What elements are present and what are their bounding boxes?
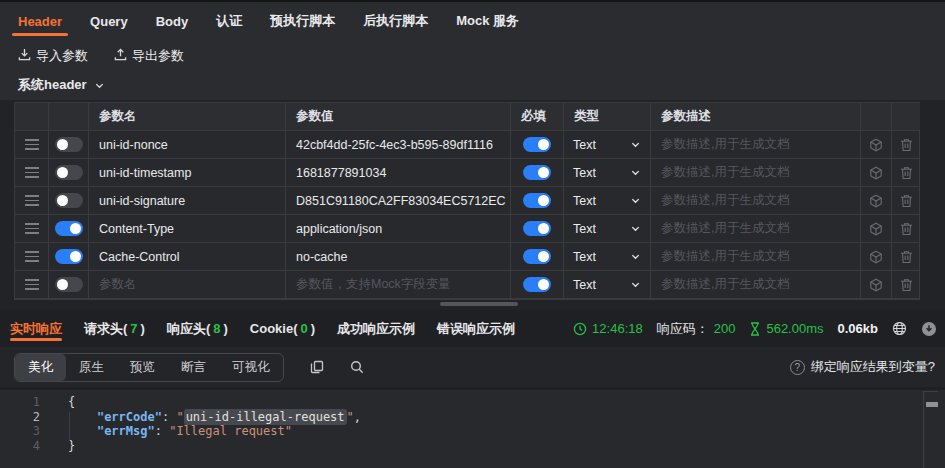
param-description-placeholder: 参数描述,用于生成文档 [661,276,789,293]
param-name-field[interactable]: uni-id-nonce [89,131,286,159]
response-body-editor[interactable]: 1{2 "errCode": "uni-id-illegal-request",… [0,390,945,468]
type-select[interactable]: Text [564,138,650,152]
request-tab-1[interactable]: Query [90,2,128,40]
editor-vertical-scrollbar[interactable] [923,391,938,468]
chevron-down-icon [630,223,641,234]
delete-trash-icon[interactable] [900,222,913,236]
row-enable-toggle[interactable] [55,249,83,264]
row-enable-toggle[interactable] [55,221,83,236]
response-tab-0[interactable]: 实时响应 [10,310,62,347]
required-toggle[interactable] [523,137,551,152]
delete-trash-icon[interactable] [900,194,913,208]
request-tab-2[interactable]: Body [156,2,189,40]
type-select[interactable]: Text [564,194,650,208]
param-value-field[interactable]: no-cache [286,243,511,271]
param-name-field[interactable]: 参数名 [89,271,286,299]
param-value-field[interactable]: 1681877891034 [286,159,511,187]
mock-cube-icon[interactable] [869,166,883,180]
type-select[interactable]: Text [564,278,650,292]
param-name-field[interactable]: Cache-Control [89,243,286,271]
type-select-value: Text [573,250,596,264]
param-value-field[interactable]: D851C91180CA2FF83034EC5712EC [286,187,511,215]
view-mode-0[interactable]: 美化 [15,354,66,381]
param-value-text: 42cbf4dd-25fc-4ec3-b595-89df1116 [296,138,493,152]
param-description-field[interactable]: 参数描述,用于生成文档 [651,131,861,159]
delete-trash-icon[interactable] [900,166,913,180]
param-name-field[interactable]: Content-Type [89,215,286,243]
param-value-field[interactable]: application/json [286,215,511,243]
row-enable-toggle[interactable] [55,193,83,208]
row-delete-cell [892,215,920,243]
type-select[interactable]: Text [564,250,650,264]
param-name-field[interactable]: uni-id-timestamp [89,159,286,187]
mock-cube-icon[interactable] [869,194,883,208]
response-tab-1[interactable]: 请求头(7) [84,310,145,347]
param-description-field[interactable]: 参数描述,用于生成文档 [651,215,861,243]
row-drag-cell[interactable] [15,131,49,159]
type-select[interactable]: Text [564,166,650,180]
editor-scrollbar-thumb[interactable] [926,402,938,407]
search-icon[interactable] [350,360,364,374]
view-mode-3[interactable]: 断言 [168,354,219,381]
row-enable-toggle[interactable] [55,165,83,180]
delete-trash-icon[interactable] [900,250,913,264]
row-enable-toggle[interactable] [55,137,83,152]
bind-result-link[interactable]: ? 绑定响应结果到变量? [790,358,935,376]
viewer-toolbar: 美化原生预览断言可视化 ? 绑定响应结果到变量? [0,347,945,387]
import-params-button[interactable]: 导入参数 [18,47,88,65]
param-value-field[interactable]: 参数值，支持Mock字段变量 [286,271,511,299]
response-tab-4[interactable]: 成功响应示例 [337,310,415,347]
view-mode-1[interactable]: 原生 [66,354,117,381]
param-name-field[interactable]: uni-id-signature [89,187,286,215]
row-mock-cell [861,243,892,271]
export-params-button[interactable]: 导出参数 [114,47,184,65]
required-toggle[interactable] [523,193,551,208]
response-tab-5[interactable]: 错误响应示例 [437,310,515,347]
row-delete-cell [892,187,920,215]
param-description-field[interactable]: 参数描述,用于生成文档 [651,271,861,299]
delete-trash-icon[interactable] [900,138,913,152]
response-tabs: 实时响应请求头(7)响应头(8)Cookie(0)成功响应示例错误响应示例 [10,310,537,347]
status-code: 200 [714,321,736,336]
type-select-value: Text [573,222,596,236]
mock-cube-icon[interactable] [869,222,883,236]
code-line: 3 "errMsg": "Illegal request" [0,424,945,439]
delete-trash-icon[interactable] [900,278,913,292]
request-tab-6[interactable]: Mock 服务 [456,2,519,40]
row-drag-cell[interactable] [15,271,49,299]
download-response-icon[interactable] [921,321,937,337]
row-enable-cell [49,215,89,243]
required-toggle[interactable] [523,165,551,180]
required-toggle[interactable] [523,221,551,236]
copy-icon[interactable] [310,360,324,374]
view-mode-4[interactable]: 可视化 [219,354,283,381]
request-tab-3[interactable]: 认证 [216,2,242,40]
table-horizontal-scrollbar[interactable] [440,302,518,306]
request-tab-4[interactable]: 预执行脚本 [270,2,335,40]
param-description-field[interactable]: 参数描述,用于生成文档 [651,243,861,271]
required-toggle[interactable] [523,249,551,264]
row-enable-cell [49,131,89,159]
globe-icon[interactable] [892,321,907,336]
type-select[interactable]: Text [564,222,650,236]
mock-cube-icon[interactable] [869,138,883,152]
required-toggle[interactable] [523,277,551,292]
table-header-spacer [49,103,89,131]
view-mode-2[interactable]: 预览 [117,354,168,381]
row-enable-toggle[interactable] [55,277,83,292]
param-description-field[interactable]: 参数描述,用于生成文档 [651,187,861,215]
param-value-field[interactable]: 42cbf4dd-25fc-4ec3-b595-89df1116 [286,131,511,159]
response-tab-label: 错误响应示例 [437,320,515,338]
row-drag-cell[interactable] [15,187,49,215]
row-drag-cell[interactable] [15,243,49,271]
row-drag-cell[interactable] [15,215,49,243]
mock-cube-icon[interactable] [869,278,883,292]
mock-cube-icon[interactable] [869,250,883,264]
system-header-section-toggle[interactable]: 系统header [18,76,105,94]
response-tab-3[interactable]: Cookie(0) [250,310,315,347]
response-tab-2[interactable]: 响应头(8) [167,310,228,347]
param-description-field[interactable]: 参数描述,用于生成文档 [651,159,861,187]
row-drag-cell[interactable] [15,159,49,187]
request-tab-0[interactable]: Header [18,2,62,40]
request-tab-5[interactable]: 后执行脚本 [363,2,428,40]
